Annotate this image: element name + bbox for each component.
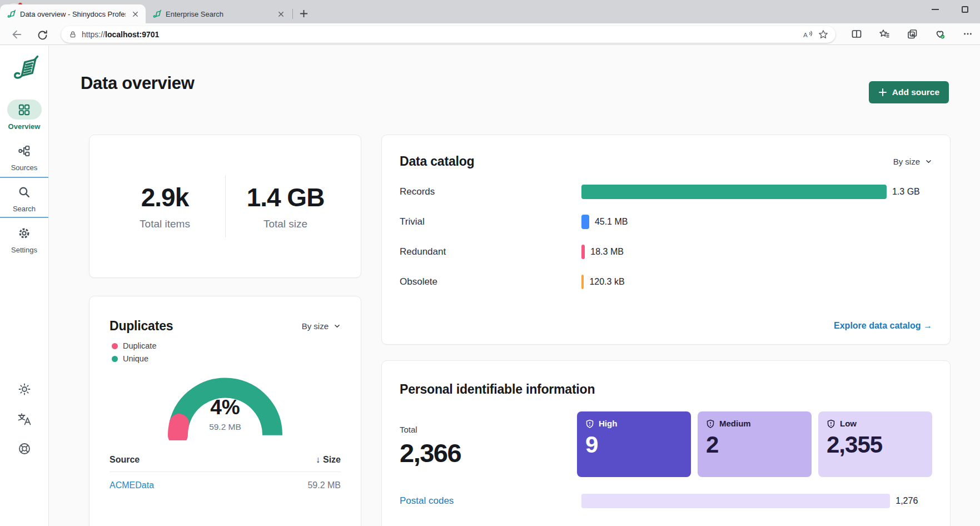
theme-toggle-button[interactable] <box>0 383 49 396</box>
sidebar-item-label: Settings <box>11 246 37 254</box>
row-value: 18.3 MB <box>590 247 624 257</box>
minimize-icon <box>932 9 939 10</box>
bar-track: 120.3 kB <box>581 275 932 289</box>
row-label: Records <box>400 186 581 197</box>
add-source-label: Add source <box>892 87 939 97</box>
tab-title: Data overview - Shinydocs Profes <box>20 10 126 18</box>
split-screen-icon <box>851 28 862 39</box>
toolbar-icon-group <box>849 26 976 42</box>
sidebar-item-settings[interactable]: Settings <box>0 218 48 259</box>
collections-icon <box>907 28 918 39</box>
explore-link-label: Explore data catalog <box>834 321 921 330</box>
hierarchy-icon <box>18 145 31 157</box>
tier-value: 2 <box>706 431 803 458</box>
split-screen-button[interactable] <box>849 26 864 42</box>
duplicates-table-header: Source ↓ Size <box>110 455 341 472</box>
pii-total-label: Total <box>400 425 577 434</box>
favorites-button[interactable] <box>877 26 892 42</box>
add-source-button[interactable]: Add source <box>869 81 949 103</box>
plus-icon <box>878 88 887 97</box>
language-button[interactable] <box>0 413 49 426</box>
address-bar[interactable]: https://localhost:9701 A <box>61 26 835 43</box>
catalog-row-obsolete: Obsolete 120.3 kB <box>400 274 932 290</box>
help-button[interactable] <box>0 442 49 455</box>
duplicates-table: Source ↓ Size ACMEData 59.2 MB <box>110 455 341 490</box>
refresh-button[interactable] <box>33 26 51 43</box>
main-panel: Data overview Add source 2.9k Total item… <box>49 46 980 526</box>
collections-button[interactable] <box>904 26 920 42</box>
sidebar-item-search[interactable]: Search <box>0 177 48 218</box>
pii-tile-high[interactable]: High 9 <box>577 411 691 477</box>
shield-alert-icon <box>706 419 715 428</box>
back-button[interactable] <box>7 26 25 43</box>
tab-close-button[interactable] <box>276 9 286 19</box>
search-icon <box>18 186 31 199</box>
redundant-bar <box>581 245 585 259</box>
tile-head: Medium <box>706 419 803 428</box>
overview-icon-pill <box>7 100 42 120</box>
window-maximize-button[interactable] <box>952 0 978 19</box>
total-size-stat: 1.4 GB Total size <box>231 182 340 230</box>
tab-separator <box>292 9 293 19</box>
row-value: 1.3 GB <box>892 187 920 197</box>
total-items-value: 2.9k <box>111 182 220 212</box>
duplicate-legend-dot <box>112 343 118 349</box>
row-value: 45.1 MB <box>595 217 628 227</box>
postal-codes-bar <box>581 494 890 508</box>
browser-toolbar: https://localhost:9701 A <box>0 23 980 45</box>
tier-label: Low <box>840 419 857 428</box>
legend-label: Duplicate <box>123 341 156 350</box>
read-aloud-button[interactable]: A <box>800 27 815 42</box>
search-icon-pill <box>7 182 42 202</box>
source-link-acmedata[interactable]: ACMEData <box>110 480 154 490</box>
tier-value: 9 <box>585 431 683 458</box>
row-label: Trivial <box>400 216 581 227</box>
postal-codes-link[interactable]: Postal codes <box>400 495 581 507</box>
browser-essentials-button[interactable] <box>932 26 948 42</box>
tile-head: Low <box>827 419 924 428</box>
source-size: 59.2 MB <box>307 480 341 490</box>
catalog-row-redundant: Redundant 18.3 MB <box>400 244 932 260</box>
sidebar-item-label: Sources <box>11 163 38 172</box>
size-column-sort[interactable]: ↓ Size <box>316 455 341 465</box>
more-dots-icon <box>963 29 973 39</box>
data-catalog-filter-dropdown[interactable]: By size <box>893 157 932 166</box>
pii-title: Personal identifiable information <box>400 382 595 397</box>
tile-head: High <box>585 419 683 428</box>
read-aloud-icon: A <box>802 29 813 39</box>
source-column-header: Source <box>110 455 140 465</box>
window-minimize-button[interactable] <box>922 0 948 19</box>
duplicates-filter-dropdown[interactable]: By size <box>302 321 341 331</box>
tier-value: 2,355 <box>827 431 924 458</box>
tab-data-overview[interactable]: Data overview - Shinydocs Profes <box>0 4 146 23</box>
refresh-icon <box>37 29 48 40</box>
sidebar-item-sources[interactable]: Sources <box>0 136 48 177</box>
data-catalog-rows: Records 1.3 GB Trivial 45.1 MB Redundant <box>382 169 950 290</box>
row-value: 120.3 kB <box>589 277 624 287</box>
filter-label: By size <box>302 321 329 331</box>
sidebar-item-overview[interactable]: Overview <box>0 95 48 136</box>
pii-tile-low[interactable]: Low 2,355 <box>818 411 932 477</box>
plus-icon <box>299 9 309 18</box>
totals-card: 2.9k Total items 1.4 GB Total size <box>89 135 361 278</box>
size-column-header: Size <box>323 455 341 465</box>
new-tab-button[interactable] <box>296 6 311 21</box>
favorite-star-button[interactable] <box>815 27 831 42</box>
tab-close-button[interactable] <box>130 9 140 19</box>
pii-total-block: Total 2,366 <box>400 411 577 477</box>
browser-tab-strip: Data overview - Shinydocs Profes Enterpr… <box>0 0 980 23</box>
pii-tile-medium[interactable]: Medium 2 <box>698 411 812 477</box>
chevron-down-icon <box>925 158 932 165</box>
obsolete-bar <box>581 275 584 289</box>
total-size-label: Total size <box>231 218 340 230</box>
unique-legend-dot <box>112 356 118 362</box>
settings-menu-button[interactable] <box>960 26 976 42</box>
trivial-bar <box>581 215 589 229</box>
legend-item-duplicate: Duplicate <box>112 341 339 350</box>
shinydocs-favicon <box>7 9 16 18</box>
duplicates-legend: Duplicate Unique <box>89 334 361 363</box>
explore-data-catalog-link[interactable]: Explore data catalog → <box>834 321 932 331</box>
tab-enterprise-search[interactable]: Enterprise Search <box>146 4 291 23</box>
sun-icon <box>18 383 31 396</box>
pii-row-postal-codes: Postal codes 1,276 <box>400 493 932 509</box>
